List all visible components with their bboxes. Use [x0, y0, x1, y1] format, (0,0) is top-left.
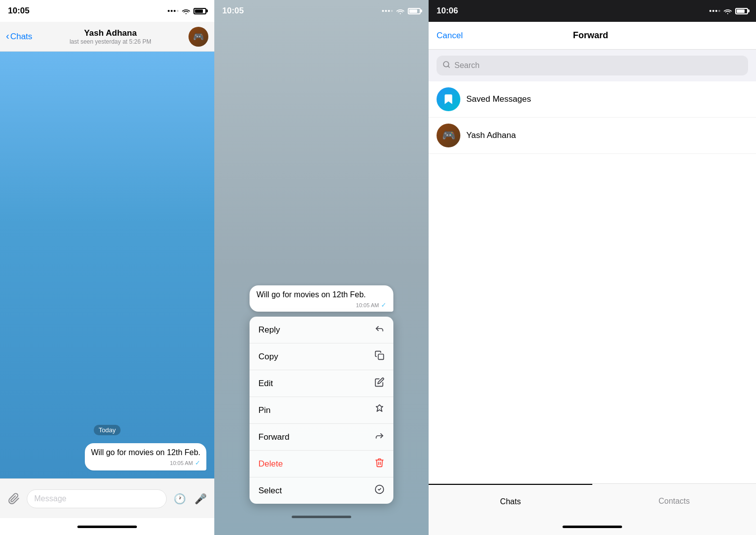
wifi-icon [182, 7, 190, 14]
home-bar-3 [563, 526, 622, 528]
home-indicator-3 [429, 518, 756, 535]
svg-rect-0 [378, 354, 384, 360]
search-placeholder: Search [454, 61, 480, 70]
forward-title: Forward [573, 30, 608, 41]
signal-3 [709, 10, 720, 12]
tab-chats[interactable]: Chats [429, 484, 592, 518]
time-3: 10:06 [437, 6, 458, 16]
svg-line-3 [448, 66, 449, 67]
status-icons-1 [168, 7, 206, 14]
messages-area: Today Will go for movies on 12th Feb. 10… [0, 52, 214, 478]
cancel-button[interactable]: Cancel [437, 31, 463, 41]
signal-2 [382, 10, 393, 12]
wifi-icon-2 [396, 7, 405, 14]
input-bar: Message 🕐 🎤 [0, 478, 214, 518]
yash-avatar: 🎮 [437, 124, 460, 147]
attach-button[interactable] [6, 491, 22, 507]
bottom-tabs: Chats Contacts [429, 483, 756, 518]
forward-label: Forward [258, 432, 289, 442]
forward-content: Cancel Forward Search [429, 22, 756, 518]
message-placeholder: Message [34, 494, 66, 503]
time-1: 10:05 [8, 6, 29, 16]
back-label: Chats [10, 32, 32, 42]
contact-item-saved[interactable]: Saved Messages [429, 81, 756, 118]
home-indicator-2 [292, 516, 351, 518]
trash-icon [375, 458, 384, 470]
pin-icon [375, 404, 384, 416]
forward-header: Cancel Forward [429, 22, 756, 50]
chat-header-center: Yash Adhana last seen yesterday at 5:26 … [36, 28, 185, 45]
chat-panel: 10:05 ‹ Chats Yash Adhana l [0, 0, 214, 535]
context-message-text: Will go for movies on 12th Feb. [256, 290, 386, 299]
emoji-button[interactable]: 🕐 [172, 491, 188, 507]
search-bar[interactable]: Search [437, 56, 748, 75]
tab-contacts[interactable]: Contacts [592, 484, 756, 518]
saved-messages-name: Saved Messages [466, 94, 531, 104]
message-input[interactable]: Message [27, 489, 167, 508]
select-icon [375, 484, 384, 497]
contact-list: Saved Messages 🎮 Yash Adhana [429, 81, 756, 483]
contact-item-yash[interactable]: 🎮 Yash Adhana [429, 118, 756, 154]
forward-panel: 10:06 Cancel Forward [429, 0, 756, 535]
context-message-meta: 10:05 AM ✓ [256, 301, 386, 309]
select-label: Select [258, 486, 282, 496]
context-item-pin[interactable]: Pin [250, 397, 393, 424]
bookmark-icon [442, 93, 455, 106]
contact-status: last seen yesterday at 5:26 PM [69, 38, 151, 45]
battery-3 [735, 8, 748, 14]
signal-dots [168, 10, 179, 12]
edit-label: Edit [258, 379, 273, 389]
copy-icon [375, 350, 384, 363]
wifi-icon-3 [723, 7, 732, 14]
status-bar-2: 10:05 [214, 0, 429, 22]
context-item-reply[interactable]: Reply [250, 317, 393, 343]
status-bar-1: 10:05 [0, 0, 214, 22]
context-item-select[interactable]: Select [250, 477, 393, 504]
context-item-delete[interactable]: Delete [250, 451, 393, 477]
context-panel: 10:05 Will go for movies on 12th Feb. [214, 0, 429, 535]
context-container: Will go for movies on 12th Feb. 10:05 AM… [250, 285, 393, 504]
context-menu: Reply Copy [250, 317, 393, 504]
home-indicator-1 [0, 518, 214, 535]
forward-icon [375, 431, 384, 443]
contact-name: Yash Adhana [84, 28, 136, 38]
chat-header: ‹ Chats Yash Adhana last seen yesterday … [0, 22, 214, 52]
status-bar-3: 10:06 [429, 0, 756, 22]
mic-button[interactable]: 🎤 [192, 491, 208, 507]
date-label: Today [94, 425, 121, 435]
back-chevron-icon: ‹ [6, 30, 9, 42]
search-icon [442, 61, 450, 70]
saved-messages-avatar [437, 87, 460, 111]
time-2: 10:05 [222, 6, 244, 16]
context-tick-icon: ✓ [381, 301, 386, 309]
reply-label: Reply [258, 325, 280, 335]
reply-icon [375, 324, 384, 336]
message-text: Will go for movies on 12th Feb. [91, 447, 200, 458]
avatar[interactable]: 🎮 [189, 27, 208, 47]
battery-icon [193, 8, 206, 14]
status-icons-2 [382, 7, 421, 14]
home-bar-1 [77, 526, 137, 528]
paperclip-icon [8, 493, 20, 505]
context-item-forward[interactable]: Forward [250, 424, 393, 451]
context-item-edit[interactable]: Edit [250, 370, 393, 397]
date-divider: Today [8, 425, 206, 435]
edit-icon [375, 377, 384, 390]
yash-name: Yash Adhana [466, 131, 516, 140]
message-tick-icon: ✓ [195, 459, 200, 467]
copy-label: Copy [258, 352, 278, 362]
message-time: 10:05 AM [170, 460, 193, 466]
status-icons-3 [709, 7, 748, 14]
delete-label: Delete [258, 459, 283, 469]
message-bubble[interactable]: Will go for movies on 12th Feb. 10:05 AM… [85, 443, 206, 470]
battery-2 [408, 8, 421, 14]
back-button[interactable]: ‹ Chats [6, 31, 32, 42]
context-message-time: 10:05 AM [356, 302, 379, 308]
message-meta: 10:05 AM ✓ [91, 459, 200, 467]
context-message-bubble: Will go for movies on 12th Feb. 10:05 AM… [250, 285, 393, 312]
context-item-copy[interactable]: Copy [250, 343, 393, 370]
pin-label: Pin [258, 405, 271, 415]
